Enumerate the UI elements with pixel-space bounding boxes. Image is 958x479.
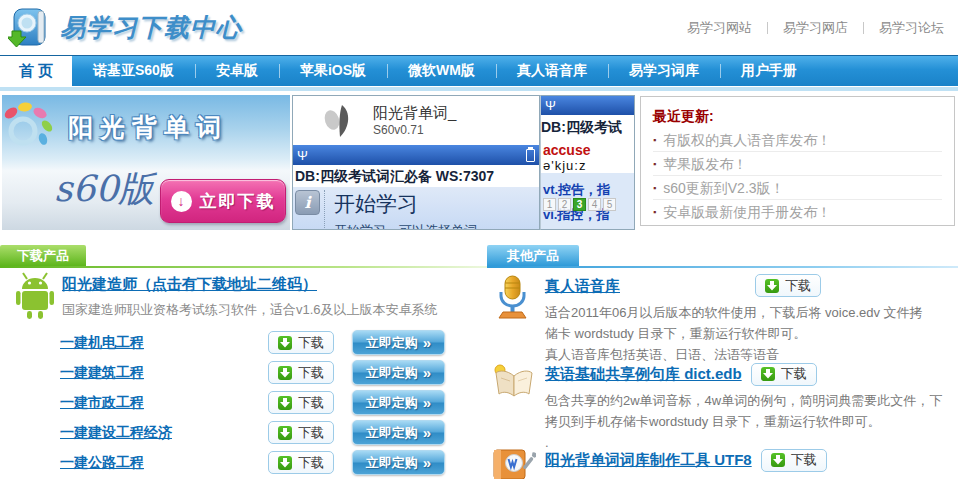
site-title: 易学习下载中心	[60, 11, 242, 44]
word-meaning-vt: vt.控告，指	[541, 180, 634, 199]
download-arrow-icon	[278, 366, 292, 380]
antenna-icon: Ψ	[297, 149, 308, 162]
page: 易学习下载中心 易学习网站 易学习网店 易学习论坛 首 页 诺基亚S60版 安卓…	[0, 0, 958, 479]
item-link[interactable]: 一建市政工程	[60, 394, 144, 412]
banner-title: 阳光背单词	[68, 111, 228, 144]
backpack-logo-icon	[8, 4, 54, 50]
item-link[interactable]: 一建建设工程经济	[60, 424, 172, 442]
download-row: 一建机电工程 下载 立即定购 »	[60, 330, 452, 356]
antenna-icon: Ψ	[545, 99, 556, 112]
db-info-line: DB:四级考试词汇必备 WS:7307	[293, 165, 539, 187]
nav-bottom-strip	[0, 87, 958, 91]
phone-screenshot-2: Ψ DB:四级考试 accuse ə'kju:z vt.控告，指 vi.指控，指…	[540, 95, 635, 230]
app-title-info: 阳光背单词_ S60v0.71	[373, 104, 456, 137]
download-button[interactable]: 下载	[268, 361, 334, 384]
download-button[interactable]: 下载	[268, 421, 334, 444]
updates-list: 有版权的真人语音库发布！ 苹果版发布！ s60更新到V2.3版！ 安卓版最新使用…	[653, 128, 942, 224]
other-product-title-link[interactable]: 阳光背单词词库制作工具 UTF8	[545, 451, 752, 470]
page-number: 5	[603, 198, 616, 211]
download-arrow-icon	[761, 367, 775, 381]
nav-tab-home[interactable]: 首 页	[0, 56, 72, 86]
nav-tab-dictionary[interactable]: 易学习词库	[608, 56, 720, 86]
download-arrow-icon	[278, 426, 292, 440]
top-link-forum[interactable]: 易学习论坛	[879, 19, 944, 37]
download-button[interactable]: 下载	[268, 391, 334, 414]
page-number: 2	[558, 198, 571, 211]
update-item[interactable]: 安卓版最新使用手册发布！	[653, 200, 942, 224]
others-section-tab: 其他产品	[487, 245, 579, 266]
page-number: 1	[543, 198, 556, 211]
chevron-right-icon: »	[423, 395, 431, 410]
nav-tab-manual[interactable]: 用户手册	[720, 56, 818, 86]
header: 易学习下载中心 易学习网站 易学习网店 易学习论坛	[0, 0, 958, 55]
others-section-underline	[487, 266, 958, 268]
download-button[interactable]: 下载	[751, 363, 817, 386]
update-item[interactable]: 有版权的真人语音库发布！	[653, 128, 942, 152]
info-icon: i	[295, 190, 320, 215]
download-button[interactable]: 下载	[268, 331, 334, 354]
download-row: 一建建筑工程 下载 立即定购 »	[60, 360, 452, 386]
order-now-button[interactable]: 立即定购 »	[352, 390, 445, 415]
app-title-bar: 阳光背单词_ S60v0.71	[293, 96, 539, 145]
app-name: 阳光背单词_	[373, 104, 456, 123]
download-row: 一建市政工程 下载 立即定购 »	[60, 390, 452, 416]
order-now-button[interactable]: 立即定购 »	[352, 360, 445, 385]
top-link-shop[interactable]: 易学习网店	[783, 19, 848, 37]
product-description: 国家建造师职业资格考试练习软件，适合v1.6及以上版本安卓系统	[62, 301, 438, 319]
site-logo[interactable]: 易学习下载中心	[8, 4, 242, 50]
other-product-description: 适合2011年06月以后版本的软件使用，下载后将 voice.edv 文件拷	[545, 302, 923, 323]
order-now-button[interactable]: 立即定购 »	[352, 330, 445, 355]
top-link-website[interactable]: 易学习网站	[687, 19, 752, 37]
nav-tab-android[interactable]: 安卓版	[195, 56, 279, 86]
update-item[interactable]: s60更新到V2.3版！	[653, 176, 942, 200]
other-product-title-link[interactable]: 英语基础共享例句库 dict.edb	[545, 365, 742, 384]
app-version: S60v0.71	[373, 123, 456, 137]
android-icon	[13, 272, 57, 320]
download-arrow-icon	[278, 336, 292, 350]
product-title-link[interactable]: 阳光建造师（点击有下载地址二维码）	[62, 275, 317, 294]
download-button[interactable]: 下载	[761, 449, 827, 472]
download-button[interactable]: 下载	[268, 451, 334, 474]
download-arrow-icon	[771, 453, 785, 467]
download-row: 一建建设工程经济 下载 立即定购 »	[60, 420, 452, 446]
item-link[interactable]: 一建公路工程	[60, 454, 144, 472]
recent-updates-panel: 最近更新: 有版权的真人语音库发布！ 苹果版发布！ s60更新到V2.3版！ 安…	[640, 96, 955, 226]
download-arrow-icon	[278, 456, 292, 470]
download-arrow-icon	[278, 396, 292, 410]
chevron-right-icon: »	[423, 365, 431, 380]
item-link[interactable]: 一建建筑工程	[60, 364, 144, 382]
other-product-example-db: 英语基础共享例句库 dict.edb 下载 包含共享的约2w单词音标，4w单词的…	[492, 362, 942, 453]
banner-subtitle: s60版	[54, 165, 154, 214]
download-button[interactable]: 下载	[755, 274, 821, 297]
other-product-voice-library: 真人语音库 下载 适合2011年06月以后版本的软件使用，下载后将 voice.…	[492, 274, 923, 365]
chevron-right-icon: »	[423, 335, 431, 350]
nav-tab-wm[interactable]: 微软WM版	[387, 56, 496, 86]
other-product-description: 包含共享的约2w单词音标，4w单词的例句，简明词典需要此文件，下	[545, 390, 942, 411]
microphone-icon	[492, 274, 534, 320]
db-info-line: DB:四级考试	[541, 115, 634, 140]
banner-download-button[interactable]: ↓ 立即下载	[160, 179, 286, 223]
menu-item-label: 开始学习	[334, 190, 477, 218]
book-bulb-icon	[492, 362, 536, 402]
other-product-title-link[interactable]: 真人语音库	[545, 277, 620, 296]
downloads-section-underline	[0, 266, 490, 268]
download-row: 一建公路工程 下载 立即定购 »	[60, 450, 452, 476]
selected-menu-row: i 开始学习 开始学习，可以选择单词	[293, 187, 539, 230]
app-logo-icon	[319, 102, 357, 140]
top-links: 易学习网站 易学习网店 易学习论坛	[687, 19, 944, 37]
other-product-description: 拷贝到手机存储卡wordstudy 目录下，重新运行软件即可。	[545, 411, 942, 432]
menu-texts: 开始学习 开始学习，可以选择单词	[324, 190, 477, 228]
status-bar: Ψ	[541, 96, 634, 115]
page-number-active: 3	[573, 198, 586, 211]
item-link[interactable]: 一建机电工程	[60, 334, 144, 352]
other-product-dict-tool: 阳光背单词词库制作工具 UTF8 下载	[492, 448, 827, 472]
nav-tab-ios[interactable]: 苹果iOS版	[279, 56, 387, 86]
nav-tab-nokia-s60[interactable]: 诺基亚S60版	[72, 56, 195, 86]
page-number: 4	[588, 198, 601, 211]
order-now-button[interactable]: 立即定购 »	[352, 420, 445, 445]
word-phonetic: ə'kju:z	[541, 158, 634, 174]
order-now-button[interactable]: 立即定购 »	[352, 450, 445, 475]
word-entry: accuse	[541, 143, 634, 158]
nav-tab-voice-library[interactable]: 真人语音库	[496, 56, 608, 86]
update-item[interactable]: 苹果版发布！	[653, 152, 942, 176]
